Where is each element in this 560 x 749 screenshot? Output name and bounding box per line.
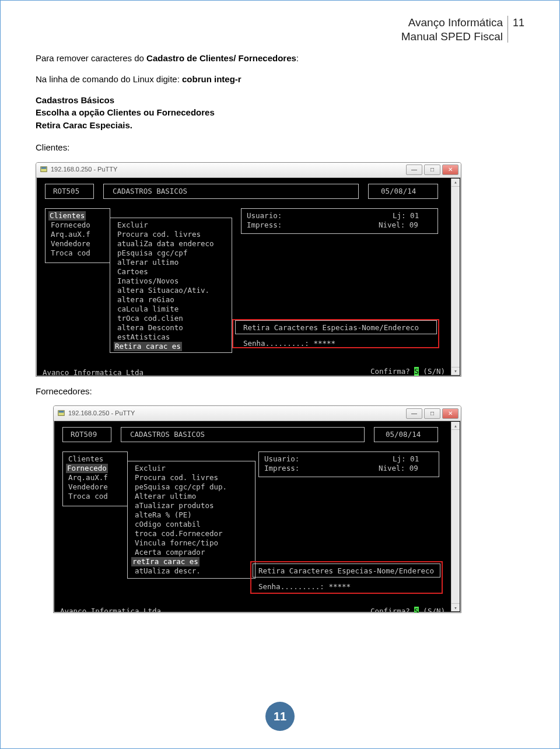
close-button[interactable]: ✕ — [442, 164, 459, 175]
nivel-value: Nivel: 09 — [379, 464, 418, 473]
usuario-label: Usuario: — [247, 211, 282, 220]
menu-item[interactable]: troca cod.Fornecedor — [135, 529, 223, 538]
terminal-footer: Avanco Informatica Ltda — [43, 368, 144, 377]
header-line2: Manual SPED Fiscal — [401, 30, 503, 44]
menu-item[interactable]: Troca cod — [68, 492, 108, 501]
terminal-body[interactable]: ▴ ▾ ROT509 CADASTROS BASICOS 05/08/14 Cl… — [54, 421, 461, 612]
menu-item[interactable]: Cartoes — [117, 267, 148, 276]
label-clientes: Clientes: — [36, 141, 524, 154]
popup-text: Retira Caracteres Especias-Nome/Endereco — [243, 323, 419, 332]
heading-cadastros: Cadastros Básicos — [36, 94, 524, 107]
menu-item[interactable]: cOdigo contabil — [135, 520, 201, 529]
confirm-value[interactable]: S — [414, 607, 419, 613]
header-page-number: 11 — [513, 16, 524, 29]
putty-icon — [40, 166, 48, 174]
menu-item[interactable]: Procura cod. livres — [117, 230, 201, 239]
menu-item[interactable]: Acerta comprador — [135, 548, 205, 557]
impress-label: Impress: — [264, 464, 299, 473]
lj-value: Lj: 01 — [393, 211, 419, 220]
screen-title: CADASTROS BASICOS — [113, 187, 187, 196]
menu-item[interactable]: Troca cod — [51, 249, 90, 258]
menu-item[interactable]: altera Situacao/Ativ. — [117, 286, 209, 295]
menu-item[interactable]: caLcula limite — [117, 304, 178, 314]
rot-label: ROT509 — [71, 430, 97, 439]
menu-item[interactable]: Clientes — [48, 211, 86, 220]
heading-retira: Retira Carac Especiais. — [36, 119, 524, 132]
label-fornecedores: Fornecedores: — [36, 385, 524, 398]
menu-item[interactable]: Procura cod. livres — [135, 473, 218, 482]
terminal-footer: Avanco Informatica Ltda — [60, 607, 161, 613]
maximize-button[interactable]: □ — [424, 164, 440, 175]
menu-item[interactable]: Excluir — [117, 220, 148, 230]
menu-item[interactable]: trOca cod.clien — [117, 314, 183, 323]
putty-icon — [57, 410, 65, 418]
senha-field[interactable]: Senha.........: ***** — [243, 339, 335, 348]
maximize-button[interactable]: □ — [424, 408, 440, 419]
menu-item[interactable]: Alterar ultimo — [135, 492, 196, 501]
menu-item[interactable]: altera Desconto — [117, 323, 183, 332]
confirm-value[interactable]: S — [414, 367, 419, 376]
svg-rect-1 — [41, 167, 47, 169]
confirm-options: (S/N) — [419, 367, 445, 376]
window-titlebar[interactable]: 192.168.0.250 - PuTTY — □ ✕ — [36, 163, 461, 178]
menu-item[interactable]: pEsquisa cgc/cpf — [117, 249, 187, 258]
menu-item[interactable]: Arq.auX.f — [68, 473, 108, 482]
confirm-label: Confirma? — [370, 367, 414, 376]
paragraph-intro: Para remover caracteres do Cadastro de C… — [36, 52, 524, 65]
terminal-body[interactable]: ▴ ▾ ROT505 CADASTROS BASICOS 05/08/14 Cl… — [36, 178, 461, 376]
window-titlebar[interactable]: 192.168.0.250 - PuTTY — □ ✕ — [54, 406, 461, 421]
impress-label: Impress: — [247, 220, 282, 230]
nivel-value: Nivel: 09 — [379, 220, 418, 230]
menu-item[interactable]: Clientes — [68, 454, 103, 464]
menu-item[interactable]: peSquisa cgc/cpf dup. — [135, 482, 227, 492]
lj-value: Lj: 01 — [393, 454, 419, 464]
menu-item[interactable]: alteRa % (PE) — [135, 510, 192, 520]
rot-label: ROT505 — [53, 187, 79, 196]
window-title: 192.168.0.250 - PuTTY — [51, 165, 117, 174]
putty-window-clientes: 192.168.0.250 - PuTTY — □ ✕ ▴ ▾ ROT505 C… — [36, 162, 461, 377]
text: Para remover caracteres do — [36, 53, 146, 63]
doc-body: Para remover caracteres do Cadastro de C… — [36, 52, 524, 613]
confirm-options: (S/N) — [419, 607, 445, 613]
date-label: 05/08/14 — [381, 187, 416, 196]
menu-item[interactable]: Vincula fornec/tipo — [135, 538, 218, 548]
usuario-label: Usuario: — [264, 454, 299, 464]
menu-item-selected[interactable]: Retira carac es — [114, 342, 182, 351]
menu-item[interactable]: Arq.auX.f — [51, 230, 90, 239]
menu-item[interactable]: Excluir — [135, 464, 166, 473]
text: Na linha de comando do Linux digite: — [36, 74, 182, 84]
date-label: 05/08/14 — [386, 430, 421, 439]
minimize-button[interactable]: — — [406, 408, 422, 419]
doc-header: Avanço Informática Manual SPED Fiscal 11 — [401, 16, 524, 44]
header-separator — [508, 16, 508, 43]
menu-item[interactable]: atUaliza descr. — [135, 566, 201, 576]
text: : — [296, 53, 299, 63]
paragraph-command: Na linha de comando do Linux digite: cob… — [36, 73, 524, 86]
page-number-badge: 11 — [265, 702, 295, 731]
menu-item[interactable]: altera reGiao — [117, 295, 174, 304]
menu-item[interactable]: Inativos/Novos — [117, 276, 178, 286]
menu-item[interactable]: estAtisticas — [117, 332, 170, 342]
header-line1: Avanço Informática — [401, 16, 503, 30]
menu-item[interactable]: aTualizar produtos — [135, 501, 214, 510]
menu-item[interactable]: Vendedore — [51, 239, 90, 249]
menu-item[interactable]: Vendedore — [68, 482, 108, 492]
popup-text: Retira Caracteres Especias-Nome/Endereco — [258, 566, 434, 576]
screen-title: CADASTROS BASICOS — [130, 430, 205, 439]
menu-item-selected[interactable]: Fornecedo — [66, 464, 108, 473]
confirm-label: Confirma? — [370, 607, 414, 613]
section-steps: Cadastros Básicos Escolha a opção Client… — [36, 94, 524, 132]
heading-escolha: Escolha a opção Clientes ou Fornecedores — [36, 106, 524, 119]
window-title: 192.168.0.250 - PuTTY — [68, 409, 135, 418]
svg-rect-3 — [59, 411, 64, 412]
minimize-button[interactable]: — — [406, 164, 422, 175]
text-bold: cobrun integ-r — [182, 74, 242, 84]
senha-field[interactable]: Senha.........: ***** — [258, 582, 351, 592]
menu-item[interactable]: atualiZa data endereco — [117, 239, 214, 249]
text-bold: Cadastro de Clientes/ Fornecedores — [146, 53, 296, 63]
close-button[interactable]: ✕ — [442, 408, 459, 419]
menu-item[interactable]: Fornecedo — [51, 220, 90, 230]
putty-window-fornecedores: 192.168.0.250 - PuTTY — □ ✕ ▴ ▾ ROT509 C… — [53, 405, 461, 613]
menu-item-selected[interactable]: retIra carac es — [131, 557, 200, 566]
menu-item[interactable]: alTerar ultimo — [117, 258, 178, 267]
